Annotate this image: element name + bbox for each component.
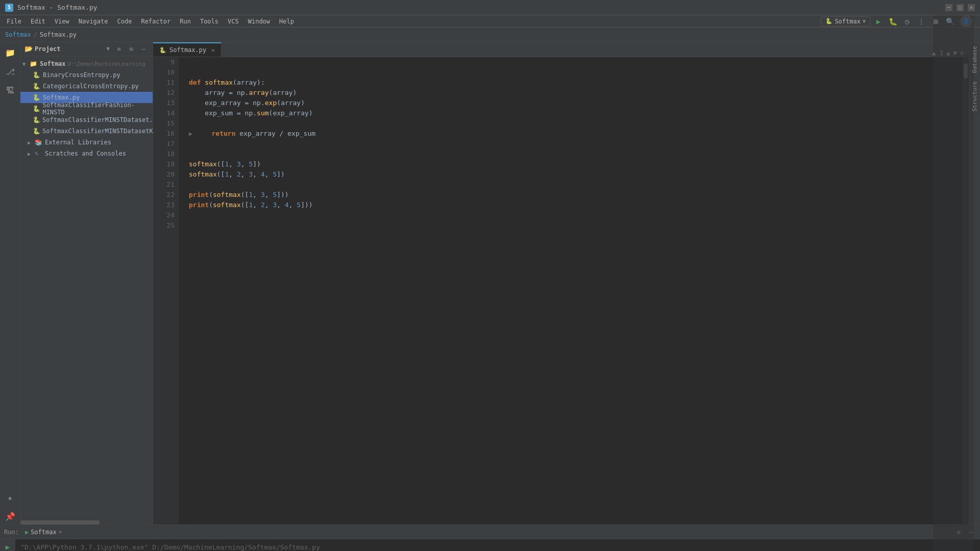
main-layout: 📁 ⎇ 🏗 ★ 📌 📂 Project ▼ ≡ ⚙ — ▼ 📁 Softmax … [0, 42, 980, 524]
minimap [933, 15, 974, 551]
editor-area: 🐍 Softmax.py ✕ ▲ 1 ▲ ▼ ✕ 9 10 11 12 13 1… [153, 42, 969, 524]
project-view-icon[interactable]: 📁 [2, 44, 18, 61]
code-line-13: exp_array = np.exp(array) [189, 98, 963, 108]
file-name: Softmax.py [43, 94, 80, 101]
code-line-24 [189, 210, 963, 220]
code-line-11: def softmax(array): [189, 78, 963, 88]
tree-external-libs[interactable]: ▶ 📚 External Libraries [20, 137, 153, 148]
run-config-selector[interactable]: 🐍 Softmax ▼ [821, 16, 870, 27]
code-line-19: softmax([1, 3, 5]) [189, 159, 963, 169]
menu-window[interactable]: Window [244, 17, 274, 26]
menu-code[interactable]: Code [113, 17, 136, 26]
minimize-button[interactable]: ─ [945, 4, 952, 11]
debug-button[interactable]: 🐛 [887, 15, 899, 28]
run-tabs: Run: ▶ Softmax ✕ ⚙ — [0, 525, 980, 539]
menu-tools[interactable]: Tools [196, 17, 223, 26]
breadcrumb-sep1: / [34, 31, 37, 38]
project-label: Project [35, 45, 61, 53]
menu-view[interactable]: View [51, 17, 74, 26]
window-controls: ─ □ ✕ [945, 4, 975, 11]
run-label: Run: [4, 529, 19, 536]
file-softmax-fashion[interactable]: 🐍 SoftmaxClassifierFashion-MINSTD [20, 103, 153, 114]
database-tab[interactable]: Database [970, 42, 979, 77]
code-line-22: print(softmax([1, 3, 5])) [189, 190, 963, 200]
code-line-25 [189, 220, 963, 231]
tab-label: Softmax.py [169, 46, 206, 54]
structure-icon[interactable]: 🏗 [2, 82, 18, 98]
run-tab-run-icon: ▶ [25, 529, 29, 536]
run-with-coverage-button[interactable]: ◷ [901, 15, 913, 28]
close-button[interactable]: ✕ [968, 4, 975, 11]
run-config-name: Softmax [835, 18, 861, 25]
menu-navigate[interactable]: Navigate [75, 17, 112, 26]
menu-run[interactable]: Run [176, 17, 195, 26]
code-line-16: ▶ return exp_array / exp_sum [189, 129, 963, 139]
scratches-icon: ✎ [35, 150, 43, 157]
run-command-text: "D:\APP\Python 3.7.1\python.exe" D:/Demo… [20, 543, 320, 551]
window-title: Softmax - Softmax.py [17, 4, 97, 11]
menu-refactor[interactable]: Refactor [137, 17, 175, 26]
breadcrumb-bar: Softmax / Softmax.py [0, 28, 980, 42]
root-path: D:\Demo\MachineLearning [68, 61, 145, 67]
project-tree: ▼ 📁 Softmax D:\Demo\MachineLearning 🐍 Bi… [20, 56, 153, 520]
bottom-panel: Run: ▶ Softmax ✕ ⚙ — ▶ ⏹ ↓ ⚙ ↩ 🖨 🗑 "D:\A… [0, 524, 980, 551]
breadcrumb-app: Softmax [5, 31, 31, 38]
commit-icon[interactable]: ⎇ [2, 63, 18, 80]
external-libraries-label: External Libraries [45, 139, 111, 146]
tab-close-icon[interactable]: ✕ [211, 47, 215, 54]
fold-icon[interactable]: ▶ [189, 129, 192, 139]
project-panel: 📂 Project ▼ ≡ ⚙ — ▼ 📁 Softmax D:\Demo\Ma… [20, 42, 153, 524]
line-numbers: 9 10 11 12 13 14 15 16 17 18 19 20 21 22… [153, 57, 179, 524]
py-file-icon: 🐍 [33, 105, 40, 112]
code-line-10 [189, 67, 963, 78]
horizontal-scrollbar[interactable] [20, 520, 153, 524]
code-editor[interactable]: def softmax(array): array = np.array(arr… [179, 57, 963, 524]
more-run-options-button[interactable]: ⋮ [915, 15, 927, 28]
structure-view-tab[interactable]: Structure [970, 77, 979, 116]
run-tab-close-icon[interactable]: ✕ [59, 529, 62, 535]
py-file-icon: 🐍 [33, 128, 40, 135]
menu-file[interactable]: File [3, 17, 26, 26]
run-tab-name: Softmax [31, 529, 57, 536]
collapse-all-button[interactable]: ≡ [114, 44, 124, 54]
file-softmax-minst[interactable]: 🐍 SoftmaxClassifierMINSTDataset.py [20, 114, 153, 126]
file-name: CategoricalCrossEntropy.py [43, 83, 139, 90]
run-left-toolbar: ▶ ⏹ ↓ ⚙ ↩ 🖨 🗑 [0, 539, 15, 551]
maximize-button[interactable]: □ [957, 4, 964, 11]
code-line-12: array = np.array(array) [189, 88, 963, 98]
menu-help[interactable]: Help [275, 17, 298, 26]
run-button[interactable]: ▶ [872, 15, 885, 28]
tab-softmax[interactable]: 🐍 Softmax.py ✕ [153, 42, 222, 57]
code-line-20: softmax([1, 2, 3, 4, 5]) [189, 169, 963, 180]
favorites-icon[interactable]: ★ [2, 489, 18, 506]
file-name: SoftmaxClassifierMINSTDatasetKe [42, 128, 153, 135]
menu-vcs[interactable]: VCS [224, 17, 243, 26]
breadcrumb-file: Softmax.py [40, 31, 77, 38]
file-binary-cross[interactable]: 🐍 BinaryCrossEntropy.py [20, 69, 153, 81]
pin-icon[interactable]: 📌 [2, 508, 18, 524]
code-line-9 [189, 57, 963, 67]
title-bar-left: S Softmax - Softmax.py [5, 4, 97, 12]
root-folder-name: Softmax [40, 60, 66, 67]
tab-file-icon: 🐍 [159, 47, 166, 54]
menu-edit[interactable]: Edit [27, 17, 50, 26]
file-name: BinaryCrossEntropy.py [43, 71, 120, 79]
tree-root[interactable]: ▼ 📁 Softmax D:\Demo\MachineLearning [20, 58, 153, 69]
project-toolbar: 📂 Project ▼ ≡ ⚙ — [20, 42, 153, 56]
folder-icon: 📂 [24, 45, 33, 53]
editor-content: 9 10 11 12 13 14 15 16 17 18 19 20 21 22… [153, 57, 969, 524]
run-tab-softmax[interactable]: ▶ Softmax ✕ [25, 529, 62, 536]
rerun-button[interactable]: ▶ [2, 541, 13, 551]
py-file-icon: 🐍 [33, 94, 41, 101]
tree-scratches[interactable]: ▶ ✎ Scratches and Consoles [20, 148, 153, 159]
project-dropdown-icon[interactable]: ▼ [106, 45, 110, 52]
hide-panel-button[interactable]: — [138, 44, 149, 54]
file-softmax-minst2[interactable]: 🐍 SoftmaxClassifierMINSTDatasetKe [20, 126, 153, 137]
code-line-15 [189, 118, 963, 129]
scratches-label: Scratches and Consoles [45, 150, 126, 157]
py-file-icon: 🐍 [33, 71, 41, 79]
settings-icon[interactable]: ⚙ [126, 44, 136, 54]
menu-bar: File Edit View Navigate Code Refactor Ru… [0, 15, 980, 28]
file-categorical-cross[interactable]: 🐍 CategoricalCrossEntropy.py [20, 81, 153, 92]
code-line-14: exp_sum = np.sum(exp_array) [189, 108, 963, 118]
